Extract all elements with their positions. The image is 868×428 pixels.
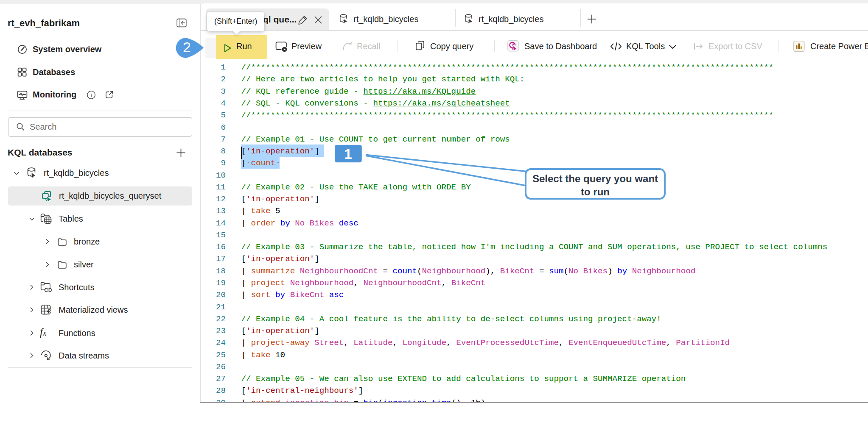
svg-text:2: 2 — [183, 39, 191, 55]
svg-text:1: 1 — [344, 146, 352, 162]
